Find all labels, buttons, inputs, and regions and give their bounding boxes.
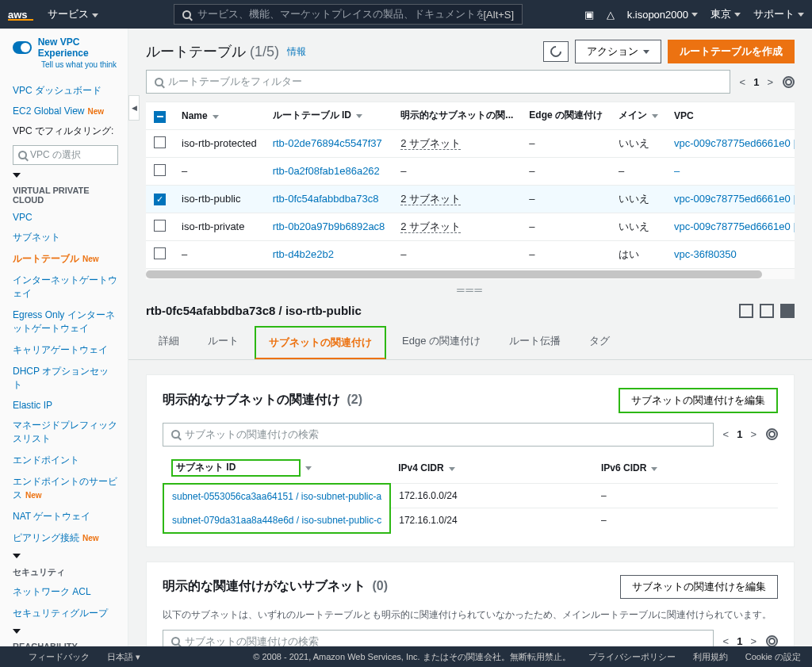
cell-edge: – <box>521 129 611 157</box>
section-collapse-icon[interactable] <box>13 173 21 178</box>
actions-button[interactable]: アクション <box>575 40 661 63</box>
cell-rtb-id[interactable]: rtb-0a2f08fab1e86a262 <box>265 157 393 185</box>
cookie-link[interactable]: Cookie の設定 <box>745 651 801 663</box>
nav-route-tables[interactable]: ルートテーブルNew <box>13 248 118 270</box>
nav-eip[interactable]: Elastic IP <box>13 396 118 415</box>
sidebar-collapse[interactable]: ◀ <box>128 95 140 121</box>
refresh-button[interactable] <box>543 41 569 62</box>
cell-subnets: 2 サブネット <box>393 185 521 213</box>
create-route-table-button[interactable]: ルートテーブルを作成 <box>668 40 795 63</box>
tab-details[interactable]: 詳細 <box>146 326 192 359</box>
vpc-filter-input[interactable]: VPC の選択 <box>13 145 118 165</box>
cell-vpc[interactable]: vpc-009c78775ed6661e0 | isc <box>666 213 795 240</box>
terms-link[interactable]: 利用規約 <box>693 651 728 663</box>
cell-subnets: – <box>393 157 521 185</box>
nav-prefix-lists[interactable]: マネージドプレフィックスリスト <box>13 415 118 450</box>
row-checkbox[interactable] <box>154 164 166 176</box>
nav-vpc[interactable]: VPC <box>13 208 118 227</box>
region-menu[interactable]: 東京 <box>710 7 741 21</box>
nav-subnets[interactable]: サブネット <box>13 227 118 248</box>
nav-carrier-gw[interactable]: キャリアゲートウェイ <box>13 339 118 361</box>
settings-icon[interactable] <box>766 635 778 646</box>
nav-egress-igw[interactable]: Egress Only インターネットゲートウェイ <box>13 305 118 339</box>
table-row[interactable]: – rtb-0a2f08fab1e86a262 – – – – <box>146 157 795 185</box>
nav-vpc-dashboard[interactable]: VPC ダッシュボード <box>13 80 118 102</box>
cell-vpc[interactable]: – <box>666 157 795 185</box>
cell-rtb-id[interactable]: rtb-0b20a97b9b6892ac8 <box>265 213 393 240</box>
page-prev[interactable]: < <box>723 635 730 646</box>
horizontal-scrollbar[interactable] <box>146 268 795 279</box>
new-vpc-toggle[interactable]: New VPC Experience <box>13 36 118 59</box>
select-all-checkbox[interactable] <box>154 111 166 123</box>
detail-resize-handle[interactable]: ═══ <box>128 279 812 304</box>
cell-name: iso-rtb-private <box>174 213 265 240</box>
page-next[interactable]: > <box>767 76 773 88</box>
view-mode-2[interactable] <box>760 304 774 318</box>
panel-title: 明示的な関連付けがないサブネット (0) <box>163 578 388 595</box>
cell-vpc[interactable]: vpc-009c78775ed6661e0 | isc <box>666 185 795 213</box>
page-prev[interactable]: < <box>740 76 746 88</box>
nav-igw[interactable]: インターネットゲートウェイ <box>13 270 118 305</box>
table-row[interactable]: iso-rtb-public rtb-0fc54afabbdba73c8 2 サ… <box>146 185 795 213</box>
edit-subnet-assoc-button[interactable]: サブネットの関連付けを編集 <box>619 388 778 413</box>
table-row[interactable]: iso-rtb-protected rtb-02de76894c5547f37 … <box>146 129 795 157</box>
cell-vpc[interactable]: vpc-36f80350 <box>666 240 795 268</box>
table-filter-input[interactable]: ルートテーブルをフィルター <box>146 70 730 94</box>
nav-endpoint-services[interactable]: エンドポイントのサービスNew <box>13 471 118 506</box>
notifications-icon[interactable]: △ <box>607 9 615 21</box>
tab-route-prop[interactable]: ルート伝播 <box>496 326 573 359</box>
cloudshell-icon[interactable]: ▣ <box>584 9 594 21</box>
nav-nacl[interactable]: ネットワーク ACL <box>13 581 118 603</box>
cell-rtb-id[interactable]: rtb-d4b2e2b2 <box>265 240 393 268</box>
cell-rtb-id[interactable]: rtb-02de76894c5547f37 <box>265 129 393 157</box>
section-collapse-icon[interactable] <box>13 554 21 558</box>
nav-peering[interactable]: ピアリング接続New <box>13 527 118 549</box>
page-next[interactable]: > <box>750 428 756 440</box>
settings-icon[interactable] <box>783 76 795 88</box>
tab-tags[interactable]: タグ <box>576 326 622 359</box>
main-content: ルートテーブル (1/5) 情報 アクション ルートテーブルを作成 ルートテーブ… <box>128 29 812 646</box>
page-next[interactable]: > <box>750 635 756 646</box>
cell-subnet-id[interactable]: subnet-0553056ca3aa64151 / iso-subnet-pu… <box>163 484 390 508</box>
cell-name: – <box>174 240 265 268</box>
noassoc-filter-input[interactable]: サブネットの関連付けの検索 <box>163 630 714 647</box>
nav-dhcp[interactable]: DHCP オプションセット <box>13 361 118 396</box>
feedback-link[interactable]: Tell us what you think <box>41 60 118 69</box>
table-row[interactable]: – rtb-d4b2e2b2 – – はい vpc-36f80350 <box>146 240 795 268</box>
row-checkbox[interactable] <box>154 247 166 259</box>
info-link[interactable]: 情報 <box>287 45 306 59</box>
edit-subnet-assoc-button-2[interactable]: サブネットの関連付けを編集 <box>620 575 778 599</box>
section-collapse-icon[interactable] <box>13 629 21 634</box>
cell-main: いいえ <box>611 185 666 213</box>
settings-icon[interactable] <box>766 428 778 440</box>
nav-nat-gw[interactable]: NAT ゲートウェイ <box>13 506 118 527</box>
nav-sg[interactable]: セキュリティグループ <box>13 603 118 624</box>
tab-edge-assoc[interactable]: Edge の関連付け <box>389 326 493 359</box>
nav-endpoints[interactable]: エンドポイント <box>13 450 118 471</box>
search-icon <box>18 151 27 159</box>
assoc-filter-input[interactable]: サブネットの関連付けの検索 <box>163 423 714 447</box>
cell-subnets: 2 サブネット <box>393 129 521 157</box>
nav-ec2-global[interactable]: EC2 Global ViewNew <box>13 102 118 121</box>
tab-routes[interactable]: ルート <box>195 326 251 359</box>
account-menu[interactable]: k.isopon2000 <box>627 9 698 21</box>
cell-subnet-id[interactable]: subnet-079da31aa8a448e6d / iso-subnet-pu… <box>163 508 390 533</box>
aws-logo[interactable]: aws <box>8 9 33 21</box>
services-menu[interactable]: サービス <box>48 7 98 21</box>
cell-rtb-id[interactable]: rtb-0fc54afabbdba73c8 <box>265 185 393 213</box>
row-checkbox[interactable] <box>154 194 166 205</box>
view-mode-1[interactable] <box>739 304 753 318</box>
table-row[interactable]: iso-rtb-private rtb-0b20a97b9b6892ac8 2 … <box>146 213 795 240</box>
cell-vpc[interactable]: vpc-009c78775ed6661e0 | isc <box>666 129 795 157</box>
support-menu[interactable]: サポート <box>753 7 804 21</box>
explicit-assoc-panel: 明示的なサブネットの関連付け (2) サブネットの関連付けを編集 サブネットの関… <box>146 374 795 547</box>
row-checkbox[interactable] <box>154 136 166 148</box>
page-prev[interactable]: < <box>723 428 730 440</box>
global-search[interactable]: サービス、機能、マーケットプレイスの製品、ドキュメントを検索し [Alt+S] <box>174 4 523 25</box>
feedback-link[interactable]: フィードバック <box>29 651 90 663</box>
language-selector[interactable]: 日本語 ▾ <box>107 651 140 663</box>
privacy-link[interactable]: プライバシーポリシー <box>588 651 676 663</box>
view-mode-3[interactable] <box>780 304 795 318</box>
tab-subnet-assoc[interactable]: サブネットの関連付け <box>255 326 386 359</box>
row-checkbox[interactable] <box>154 220 166 232</box>
